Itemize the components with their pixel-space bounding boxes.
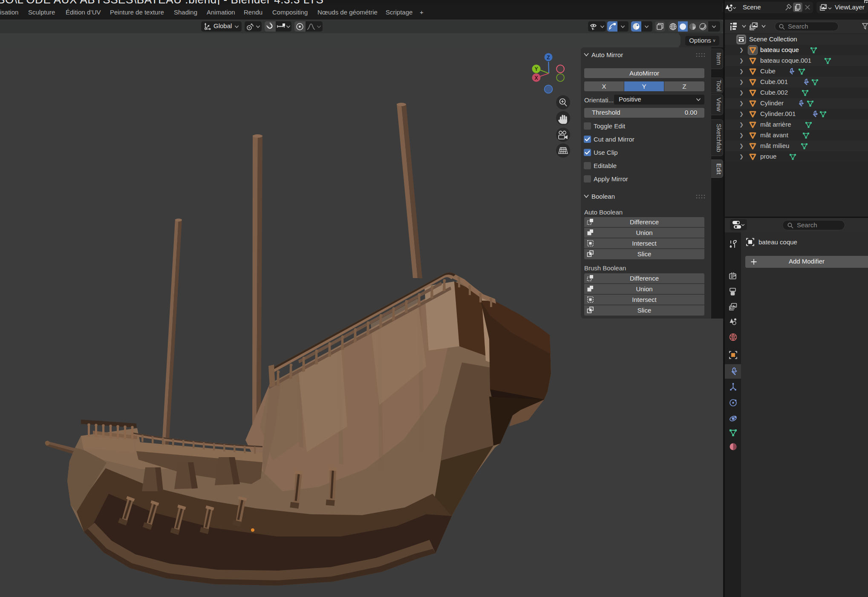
svg-text:Z: Z [547,55,550,61]
svg-text:X: X [534,75,538,81]
svg-text:Y: Y [534,66,538,72]
